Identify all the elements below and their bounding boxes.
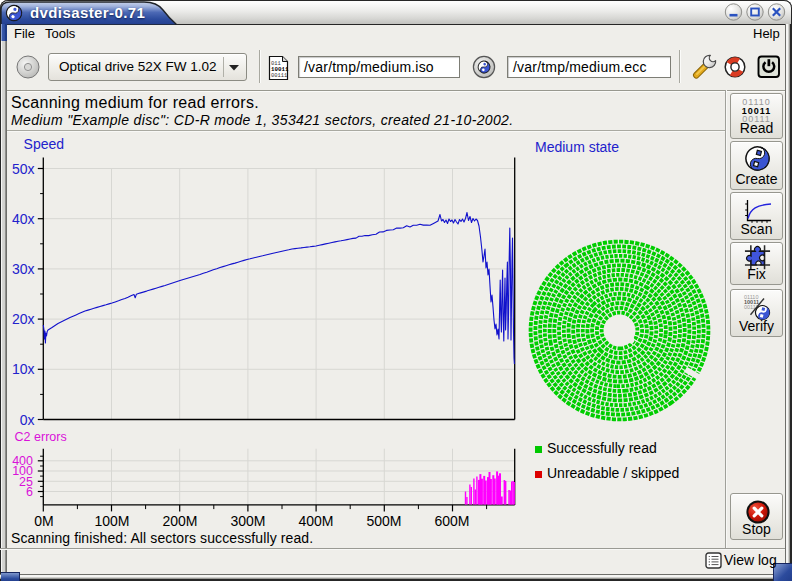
svg-text:500M: 500M — [366, 513, 401, 529]
svg-text:00111: 00111 — [271, 73, 287, 79]
svg-text:600M: 600M — [434, 513, 469, 529]
svg-text:100M: 100M — [94, 513, 129, 529]
svg-text:Medium state: Medium state — [535, 139, 619, 155]
svg-text:0M: 0M — [34, 513, 53, 529]
svg-text:40x: 40x — [12, 211, 35, 227]
svg-text:0x: 0x — [20, 412, 35, 428]
svg-text:400M: 400M — [298, 513, 333, 529]
svg-text:Speed: Speed — [24, 136, 64, 152]
svg-text:C2 errors: C2 errors — [15, 430, 67, 444]
svg-text:10011: 10011 — [271, 66, 289, 73]
svg-text:200M: 200M — [162, 513, 197, 529]
svg-text:20x: 20x — [12, 311, 35, 327]
svg-text:10x: 10x — [12, 361, 35, 377]
svg-text:300M: 300M — [230, 513, 265, 529]
svg-text:50x: 50x — [12, 161, 35, 177]
svg-text:6: 6 — [26, 485, 33, 499]
svg-text:30x: 30x — [12, 261, 35, 277]
